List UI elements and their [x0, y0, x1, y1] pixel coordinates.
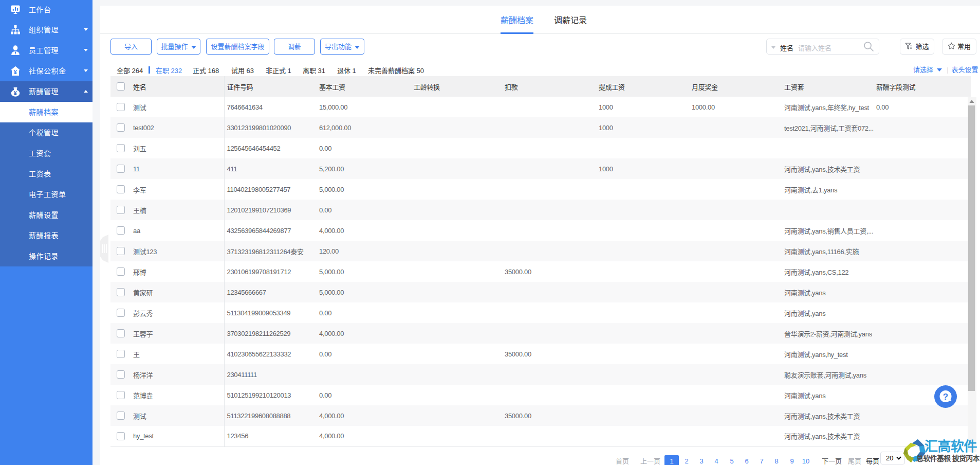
svg-text:¥: ¥	[14, 90, 17, 96]
svg-text:?: ?	[943, 392, 948, 402]
svg-text:¥: ¥	[14, 69, 17, 75]
